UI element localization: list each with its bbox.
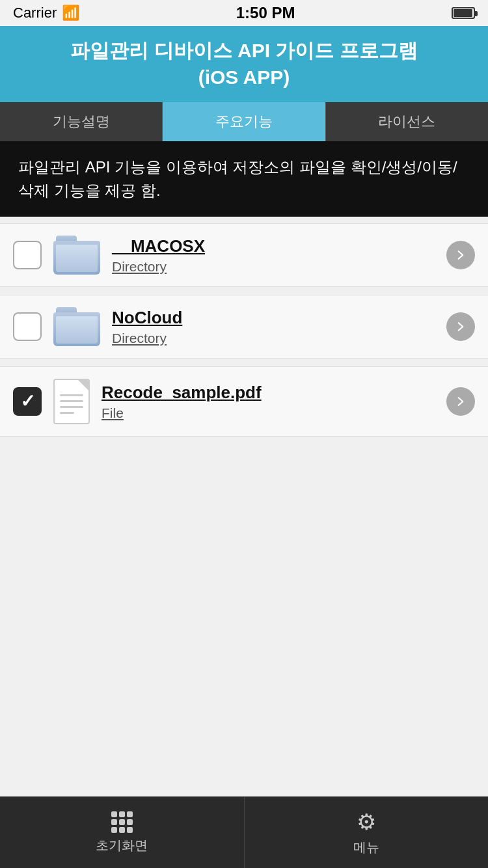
battery-icon (452, 7, 475, 19)
file-name-recode: Recode_sample.pdf (102, 383, 446, 403)
toolbar-menu[interactable]: ⚙ 메뉴 (245, 797, 489, 868)
status-bar-left: Carrier 📶 (13, 5, 79, 21)
carrier-text: Carrier (13, 5, 57, 21)
file-name-nocloud: NoCloud (112, 308, 446, 328)
file-type-nocloud: Directory (112, 331, 446, 346)
main-content: 파일관리 디바이스 API 가이드 프로그램(iOS APP) 기능설명 주요기… (0, 26, 488, 796)
checkbox-recode[interactable]: ✓ (13, 387, 42, 416)
file-item-macosx[interactable]: __MACOSX Directory (0, 223, 488, 287)
toolbar-home-label: 초기화면 (96, 837, 148, 854)
folder-icon-nocloud (53, 307, 100, 346)
file-doc-icon-recode (53, 379, 90, 424)
grid-icon (111, 811, 133, 833)
file-item-recode[interactable]: ✓ Recode_sample.pdf File (0, 366, 488, 437)
status-bar-time: 1:50 PM (236, 4, 295, 22)
file-name-macosx: __MACOSX (112, 236, 446, 256)
app-header: 파일관리 디바이스 API 가이드 프로그램(iOS APP) (0, 26, 488, 102)
chevron-nocloud[interactable] (446, 312, 475, 341)
tab-main[interactable]: 주요기능 (163, 102, 325, 141)
gear-icon: ⚙ (357, 809, 376, 835)
file-item-nocloud[interactable]: NoCloud Directory (0, 295, 488, 359)
file-info-macosx: __MACOSX Directory (112, 236, 446, 275)
chevron-recode[interactable] (446, 387, 475, 416)
file-type-macosx: Directory (112, 259, 446, 275)
file-info-nocloud: NoCloud Directory (112, 308, 446, 346)
bottom-toolbar: 초기화면 ⚙ 메뉴 (0, 796, 488, 868)
status-bar: Carrier 📶 1:50 PM (0, 0, 488, 26)
checkmark-icon: ✓ (20, 392, 35, 411)
app-title: 파일관리 디바이스 API 가이드 프로그램(iOS APP) (13, 38, 475, 90)
checkbox-macosx[interactable] (13, 241, 42, 269)
description-box: 파일관리 API 기능을 이용하여 저장소의 파일을 확인/생성/이동/삭제 기… (0, 141, 488, 217)
checkbox-nocloud[interactable] (13, 312, 42, 341)
tab-license[interactable]: 라이선스 (326, 102, 488, 141)
chevron-macosx[interactable] (446, 241, 475, 269)
content-spacer (0, 443, 488, 796)
toolbar-home[interactable]: 초기화면 (0, 797, 245, 868)
toolbar-menu-label: 메뉴 (353, 839, 379, 856)
file-list: __MACOSX Directory NoCloud Directory (0, 217, 488, 443)
file-type-recode: File (102, 405, 446, 421)
wifi-icon: 📶 (62, 5, 79, 21)
description-text: 파일관리 API 기능을 이용하여 저장소의 파일을 확인/생성/이동/삭제 기… (18, 158, 457, 199)
tab-features[interactable]: 기능설명 (0, 102, 163, 141)
status-bar-right (452, 7, 475, 19)
tab-bar: 기능설명 주요기능 라이선스 (0, 102, 488, 141)
folder-icon-macosx (53, 236, 100, 275)
file-info-recode: Recode_sample.pdf File (102, 383, 446, 421)
